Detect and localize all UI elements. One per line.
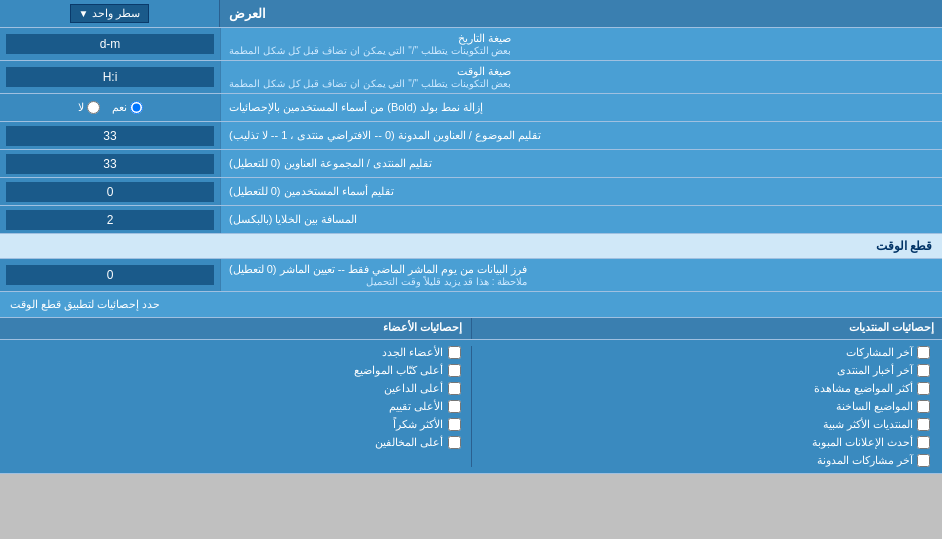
apply-label: حدد إحصائيات لتطبيق قطع الوقت xyxy=(0,292,942,317)
list-item: الأعلى تقييم xyxy=(12,400,461,413)
list-item: آخر أخبار المنتدى xyxy=(482,364,931,377)
checkbox-cols-header: إحصائيات المنتديات إحصائيات الأعضاء xyxy=(0,318,942,340)
list-item: الأعضاء الجدد xyxy=(12,346,461,359)
list-item: آخر مشاركات المدونة xyxy=(482,454,931,467)
cb-top-writers[interactable] xyxy=(448,364,461,377)
realtime-days-label: فرز البيانات من يوم الماشر الماضي فقط --… xyxy=(220,259,942,291)
list-item: المنتديات الأكثر شبية xyxy=(482,418,931,431)
date-format-row: صيغة التاريخ بعض التكوينات يتطلب "/" الت… xyxy=(0,28,942,61)
radio-no[interactable] xyxy=(87,101,100,114)
cb-new-members[interactable] xyxy=(448,346,461,359)
realtime-days-row: فرز البيانات من يوم الماشر الماضي فقط --… xyxy=(0,259,942,292)
realtime-section-header: قطع الوقت xyxy=(0,234,942,259)
username-trim-row: تقليم أسماء المستخدمين (0 للتعطيل) xyxy=(0,178,942,206)
title-row: العرض سطر واحد ▼ xyxy=(0,0,942,28)
username-trim-label: تقليم أسماء المستخدمين (0 للتعطيل) xyxy=(220,178,942,205)
dropdown-arrow-icon: ▼ xyxy=(79,8,89,19)
radio-yes-label[interactable]: نعم xyxy=(112,101,143,114)
page-title: العرض xyxy=(220,0,942,27)
cb-most-viewed[interactable] xyxy=(917,382,930,395)
cb-similar-forums[interactable] xyxy=(917,418,930,431)
radio-no-label[interactable]: لا xyxy=(78,101,100,114)
date-format-input[interactable] xyxy=(6,34,214,54)
display-mode-dropdown[interactable]: سطر واحد ▼ xyxy=(70,4,150,23)
topic-title-trim-row: تقليم الموضوع / العناوين المدونة (0 -- ا… xyxy=(0,122,942,150)
list-item: أعلى كتّاب المواضيع xyxy=(12,364,461,377)
list-item: أعلى الداعين xyxy=(12,382,461,395)
forum-title-trim-input[interactable] xyxy=(6,154,214,174)
cell-spacing-input[interactable] xyxy=(6,210,214,230)
cell-spacing-label: المسافة بين الخلايا (بالبكسل) xyxy=(220,206,942,233)
time-format-input[interactable] xyxy=(6,67,214,87)
apply-row: حدد إحصائيات لتطبيق قطع الوقت xyxy=(0,292,942,318)
main-container: العرض سطر واحد ▼ صيغة التاريخ بعض التكوي… xyxy=(0,0,942,474)
col1-header: إحصائيات المنتديات xyxy=(472,318,943,339)
cb-hot-topics[interactable] xyxy=(917,400,930,413)
cb-last-blog-posts[interactable] xyxy=(917,454,930,467)
bold-remove-label: إزالة نمط بولد (Bold) من أسماء المستخدمي… xyxy=(220,94,942,121)
list-item: آخر المشاركات xyxy=(482,346,931,359)
col2-header: إحصائيات الأعضاء xyxy=(0,318,471,339)
forum-title-trim-label: تقليم المنتدى / المجموعة العناوين (0 للت… xyxy=(220,150,942,177)
checkboxes-section: حدد إحصائيات لتطبيق قطع الوقت إحصائيات ا… xyxy=(0,292,942,474)
time-format-row: صيغة الوقت بعض التكوينات يتطلب "/" التي … xyxy=(0,61,942,94)
list-item: أحدث الإعلانات المبوبة xyxy=(482,436,931,449)
list-item: الأكثر شكراً xyxy=(12,418,461,431)
bold-remove-row: إزالة نمط بولد (Bold) من أسماء المستخدمي… xyxy=(0,94,942,122)
checkboxes-grid: آخر المشاركات آخر أخبار المنتدى أكثر الم… xyxy=(0,340,942,473)
list-item: المواضيع الساخنة xyxy=(482,400,931,413)
username-trim-input[interactable] xyxy=(6,182,214,202)
cb-last-posts[interactable] xyxy=(917,346,930,359)
forum-title-trim-row: تقليم المنتدى / المجموعة العناوين (0 للت… xyxy=(0,150,942,178)
cell-spacing-row: المسافة بين الخلايا (بالبكسل) xyxy=(0,206,942,234)
cb-most-thanked[interactable] xyxy=(448,418,461,431)
time-format-label: صيغة الوقت بعض التكوينات يتطلب "/" التي … xyxy=(220,61,942,93)
realtime-days-input[interactable] xyxy=(6,265,214,285)
list-item: أعلى المخالفين xyxy=(12,436,461,449)
bold-radio-group: نعم لا xyxy=(78,101,143,114)
list-item: أكثر المواضيع مشاهدة xyxy=(482,382,931,395)
cb-top-inviters[interactable] xyxy=(448,382,461,395)
checkbox-col2: الأعضاء الجدد أعلى كتّاب المواضيع أعلى ا… xyxy=(4,346,469,467)
topic-title-trim-input[interactable] xyxy=(6,126,214,146)
radio-yes[interactable] xyxy=(130,101,143,114)
cb-top-rated[interactable] xyxy=(448,400,461,413)
date-format-label: صيغة التاريخ بعض التكوينات يتطلب "/" الت… xyxy=(220,28,942,60)
checkbox-col1: آخر المشاركات آخر أخبار المنتدى أكثر الم… xyxy=(474,346,939,467)
cb-latest-classifieds[interactable] xyxy=(917,436,930,449)
cb-last-news[interactable] xyxy=(917,364,930,377)
cb-top-violators[interactable] xyxy=(448,436,461,449)
topic-title-trim-label: تقليم الموضوع / العناوين المدونة (0 -- ا… xyxy=(220,122,942,149)
